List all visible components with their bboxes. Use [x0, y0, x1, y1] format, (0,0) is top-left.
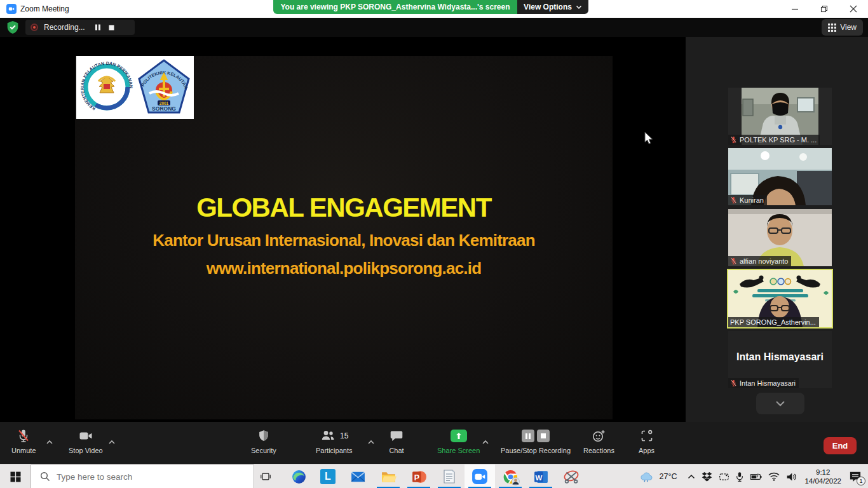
- svg-text:P: P: [414, 473, 419, 482]
- dropbox-icon[interactable]: [698, 464, 715, 488]
- shared-screen-area: KEMENTERIAN KELAUTAN DAN PERIKANAN POLIT…: [0, 37, 686, 422]
- mouse-cursor: [644, 132, 654, 148]
- slide-subtitle: Kantor Urusan Internasional, Inovasi dan…: [75, 231, 613, 250]
- participant-name-bar: Kuniran: [728, 195, 767, 205]
- windows-logo-icon: [10, 471, 21, 482]
- stop-icon: [537, 430, 550, 442]
- hidden-icons-chevron[interactable]: [680, 464, 698, 488]
- screen-viewing-banner: You are viewing PKP SORONG_Asthervina Wi…: [273, 0, 517, 14]
- taskbar-search[interactable]: [31, 464, 254, 488]
- battery-icon[interactable]: [747, 464, 765, 488]
- taskbar-clock[interactable]: 9:12 14/04/2022: [800, 468, 846, 485]
- viewing-text: You are viewing PKP SORONG_Asthervina Wi…: [280, 3, 510, 11]
- participant-tile-video-off[interactable]: Intan Hismayasari Intan Hismayasari: [728, 331, 832, 388]
- presentation-slide: KEMENTERIAN KELAUTAN DAN PERIKANAN POLIT…: [75, 56, 613, 419]
- participant-tile[interactable]: alfian noviyanto: [728, 209, 832, 266]
- clock-time: 9:12: [804, 468, 841, 477]
- poltek-kp-sorong-logo: POLITEKNIK KELAUTAN DAN PERIKANAN 2001 S…: [137, 58, 191, 117]
- zoom-meeting-window: Zoom Meeting You are viewing PKP SORONG_…: [0, 0, 868, 488]
- task-view-button[interactable]: [254, 464, 277, 488]
- view-layout-button[interactable]: View: [822, 19, 863, 36]
- apps-button[interactable]: Apps: [639, 428, 654, 454]
- reactions-button[interactable]: Reactions: [583, 428, 614, 454]
- recording-dot-icon: [31, 24, 38, 31]
- system-tray: 27°C 9:12 14/04/: [637, 464, 868, 488]
- muted-mic-icon: [730, 379, 737, 387]
- video-options-chevron[interactable]: [108, 436, 116, 447]
- audio-options-chevron[interactable]: [46, 436, 53, 447]
- shield-icon: [257, 428, 271, 444]
- participant-tile[interactable]: Kuniran: [728, 148, 832, 205]
- window-title: Zoom Meeting: [20, 4, 69, 13]
- participants-button[interactable]: 15 Participants: [316, 428, 352, 454]
- share-options-chevron[interactable]: [482, 436, 489, 447]
- svg-text:W: W: [535, 473, 542, 481]
- meeting-content: KEMENTERIAN KELAUTAN DAN PERIKANAN POLIT…: [0, 37, 868, 422]
- notification-center-button[interactable]: 1: [846, 464, 868, 488]
- participant-name-bar: POLTEK KP SRG - M. ...: [728, 135, 820, 145]
- start-button[interactable]: [0, 464, 31, 488]
- participants-icon: [320, 428, 336, 444]
- weather-icon[interactable]: [637, 464, 656, 488]
- participants-options-chevron[interactable]: [367, 436, 375, 447]
- participant-name: Intan Hismayasari: [740, 379, 796, 387]
- end-meeting-button[interactable]: End: [824, 437, 857, 454]
- taskbar-mail-icon[interactable]: [342, 464, 373, 488]
- participant-tile-active-speaker[interactable]: PKP SORONG_Asthervin...: [728, 270, 832, 327]
- minimize-button[interactable]: [780, 0, 810, 18]
- chat-button[interactable]: Chat: [389, 428, 404, 454]
- chevron-down-icon: [775, 400, 785, 407]
- taskbar-line-app-icon[interactable]: L: [313, 464, 343, 488]
- pause-recording-icon[interactable]: [94, 24, 102, 31]
- recording-label: Recording...: [44, 23, 85, 32]
- temperature-readout[interactable]: 27°C: [656, 464, 681, 488]
- participant-tile[interactable]: POLTEK KP SRG - M. ...: [728, 88, 832, 145]
- taskbar-chrome-icon[interactable]: [495, 464, 526, 488]
- security-shield-icon: [6, 20, 19, 37]
- security-button[interactable]: Security: [251, 428, 276, 454]
- microphone-icon[interactable]: [733, 464, 747, 488]
- unmute-button[interactable]: Unmute: [11, 428, 36, 454]
- pause-stop-recording-button[interactable]: Pause/Stop Recording: [498, 428, 574, 454]
- participant-name: alfian noviyanto: [740, 257, 788, 265]
- recording-indicator: Recording...: [25, 20, 135, 35]
- participant-name: POLTEK KP SRG - M. ...: [740, 136, 817, 144]
- stop-video-button[interactable]: Stop Video: [69, 428, 103, 454]
- muted-mic-icon: [730, 257, 737, 265]
- share-screen-button[interactable]: Share Screen: [437, 428, 480, 454]
- task-view-icon: [260, 471, 271, 482]
- taskbar-snipping-tool-icon[interactable]: [556, 464, 587, 488]
- zoom-app-icon: [6, 4, 17, 14]
- taskbar-powerpoint-icon[interactable]: P: [403, 464, 434, 488]
- speaker-icon[interactable]: [783, 464, 800, 488]
- screen-record-icon[interactable]: [715, 464, 733, 488]
- muted-mic-icon: [730, 196, 737, 204]
- grid-icon: [828, 24, 836, 32]
- svg-text:2001: 2001: [159, 100, 168, 105]
- view-options-button[interactable]: View Options: [517, 0, 588, 14]
- restore-button[interactable]: [810, 0, 839, 18]
- slide-title: GLOBAL ENGAGEMENT: [75, 193, 613, 223]
- chat-bubble-icon: [389, 428, 404, 444]
- stop-recording-icon[interactable]: [108, 24, 115, 31]
- muted-mic-icon: [730, 136, 737, 144]
- kkp-ministry-logo: KEMENTERIAN KELAUTAN DAN PERIKANAN: [79, 58, 134, 117]
- meeting-top-bar: Recording... View: [0, 18, 868, 37]
- participant-name: Kuniran: [740, 196, 764, 204]
- participant-display-name: Intan Hismayasari: [728, 351, 832, 363]
- wifi-icon[interactable]: [765, 464, 783, 488]
- taskbar-zoom-icon[interactable]: [465, 464, 495, 488]
- taskbar-edge-icon[interactable]: [283, 464, 314, 488]
- participant-name-bar: alfian noviyanto: [728, 256, 791, 266]
- scroll-participants-button[interactable]: [756, 393, 804, 414]
- clock-date: 14/04/2022: [804, 477, 841, 485]
- video-camera-icon: [78, 428, 93, 444]
- taskbar-file-explorer-icon[interactable]: [373, 464, 403, 488]
- taskbar-word-icon[interactable]: W: [526, 464, 556, 488]
- notification-badge: 1: [857, 477, 865, 485]
- chrome-profile-avatar: [512, 477, 520, 485]
- taskbar-notepad-icon[interactable]: [434, 464, 465, 488]
- close-button[interactable]: [839, 0, 868, 18]
- participant-name: PKP SORONG_Asthervin...: [730, 318, 816, 326]
- search-input[interactable]: [57, 472, 234, 482]
